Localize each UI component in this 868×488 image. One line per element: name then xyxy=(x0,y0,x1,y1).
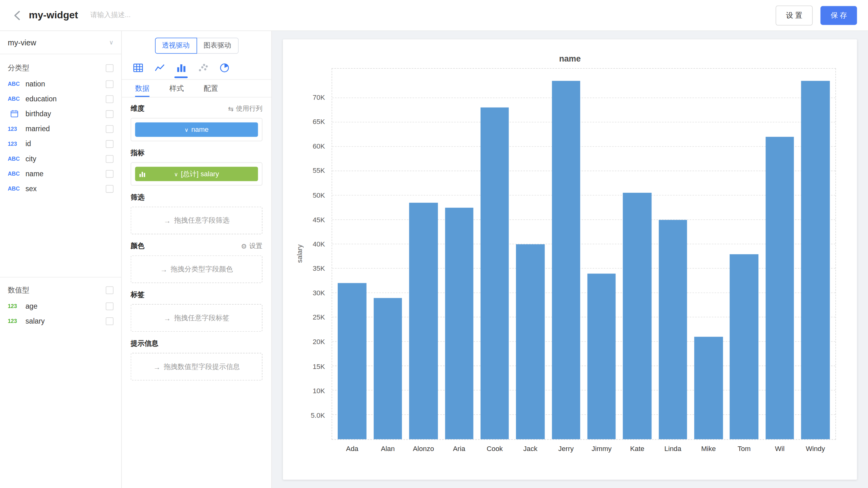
group-checkbox[interactable] xyxy=(105,286,114,294)
filter-title: 筛选 xyxy=(131,193,145,202)
field-row-city[interactable]: ABCcity xyxy=(0,151,121,166)
group-title: 分类型 xyxy=(8,63,29,73)
chevron-down-icon: ∨ xyxy=(174,171,178,177)
x-axis-label: Cook xyxy=(487,445,503,453)
config-panel: 透视驱动 图表驱动 xyxy=(122,31,272,488)
bar-windy[interactable]: Windy xyxy=(798,69,833,439)
bar-linda[interactable]: Linda xyxy=(655,69,691,439)
bar-tom[interactable]: Tom xyxy=(726,69,762,439)
tab-data[interactable]: 数据 xyxy=(135,80,149,97)
field-checkbox[interactable] xyxy=(105,95,114,103)
x-axis-label: Mike xyxy=(701,445,716,453)
back-button[interactable] xyxy=(11,9,25,22)
field-checkbox[interactable] xyxy=(105,317,114,325)
workspace: my-view ∨ 分类型ABCnationABCeducationbirthd… xyxy=(0,31,868,488)
measure-pill-salary[interactable]: ∨ [总计] salary xyxy=(135,166,258,181)
bar[interactable] xyxy=(338,283,367,439)
field-group: 分类型ABCnationABCeducationbirthday123marri… xyxy=(0,60,121,196)
bar-chart-icon[interactable] xyxy=(175,62,187,74)
bar[interactable] xyxy=(766,137,794,439)
dimension-section: 维度 ⇆ 使用行列 ∨ name xyxy=(131,104,262,141)
field-checkbox[interactable] xyxy=(105,170,114,178)
y-axis-tick: 35K xyxy=(313,265,325,273)
x-axis-label: Jack xyxy=(523,445,537,453)
y-axis-tick: 60K xyxy=(313,142,325,150)
label-dropzone[interactable]: → 拖拽任意字段标签 xyxy=(131,304,262,332)
bar-kate[interactable]: Kate xyxy=(619,69,655,439)
field-row-birthday[interactable]: birthday xyxy=(0,106,121,121)
dimension-dropzone[interactable]: ∨ name xyxy=(131,118,262,142)
save-button[interactable]: 保 存 xyxy=(821,6,857,25)
chevron-left-icon xyxy=(12,10,23,21)
pie-chart-icon[interactable] xyxy=(218,62,230,74)
field-row-age[interactable]: 123age xyxy=(0,298,121,313)
bar[interactable] xyxy=(516,244,545,439)
bar-jimmy[interactable]: Jimmy xyxy=(584,69,619,439)
label-title: 标签 xyxy=(131,290,145,300)
table-icon[interactable] xyxy=(132,62,144,74)
field-row-married[interactable]: 123married xyxy=(0,121,121,136)
field-checkbox[interactable] xyxy=(105,125,114,133)
bar-alan[interactable]: Alan xyxy=(370,69,406,439)
bar-aria[interactable]: Aria xyxy=(441,69,477,439)
group-checkbox[interactable] xyxy=(105,64,114,72)
bar[interactable] xyxy=(694,337,723,439)
line-chart-icon[interactable] xyxy=(153,62,165,74)
bar-jack[interactable]: Jack xyxy=(513,69,548,439)
scatter-icon[interactable] xyxy=(197,62,209,74)
field-checkbox[interactable] xyxy=(105,185,114,192)
bar[interactable] xyxy=(659,220,687,439)
bar-mike[interactable]: Mike xyxy=(691,69,726,439)
measure-dropzone[interactable]: ∨ [总计] salary xyxy=(131,162,262,186)
field-row-nation[interactable]: ABCnation xyxy=(0,77,121,91)
field-checkbox[interactable] xyxy=(105,155,114,162)
field-checkbox[interactable] xyxy=(105,80,114,88)
bar[interactable] xyxy=(587,274,616,439)
bar-cook[interactable]: Cook xyxy=(477,69,513,439)
field-row-sex[interactable]: ABCsex xyxy=(0,181,121,196)
mode-pivot-driven[interactable]: 透视驱动 xyxy=(155,38,197,54)
y-axis-tick: 50K xyxy=(313,191,325,199)
bar-alonzo[interactable]: Alonzo xyxy=(406,69,441,439)
field-name: married xyxy=(26,125,101,133)
tab-style[interactable]: 样式 xyxy=(169,80,184,97)
bar[interactable] xyxy=(623,193,651,439)
mode-chart-driven[interactable]: 图表驱动 xyxy=(196,38,238,54)
bar-wil[interactable]: Wil xyxy=(762,69,798,439)
bar[interactable] xyxy=(445,208,473,439)
bar-jerry[interactable]: Jerry xyxy=(548,69,584,439)
field-checkbox[interactable] xyxy=(105,302,114,310)
color-dropzone[interactable]: → 拖拽分类型字段颜色 xyxy=(131,255,262,283)
bar[interactable] xyxy=(409,203,438,439)
view-selector[interactable]: my-view ∨ xyxy=(0,31,121,54)
field-row-id[interactable]: 123id xyxy=(0,136,121,151)
bar-ada[interactable]: Ada xyxy=(334,69,370,439)
bar[interactable] xyxy=(730,254,758,439)
field-checkbox[interactable] xyxy=(105,140,114,148)
filter-dropzone[interactable]: → 拖拽任意字段筛选 xyxy=(131,207,262,234)
tab-config[interactable]: 配置 xyxy=(204,80,218,97)
bar[interactable] xyxy=(480,108,509,439)
field-row-education[interactable]: ABCeducation xyxy=(0,91,121,106)
dimension-pill-name[interactable]: ∨ name xyxy=(135,122,258,137)
field-name: nation xyxy=(26,80,101,88)
field-name: id xyxy=(26,140,101,148)
group-header: 数值型 xyxy=(0,282,121,298)
x-axis-label: Aria xyxy=(453,445,465,453)
x-axis-label: Wil xyxy=(775,445,784,453)
field-checkbox[interactable] xyxy=(105,110,114,118)
field-row-name[interactable]: ABCname xyxy=(0,166,121,181)
tooltip-dropzone[interactable]: → 拖拽数值型字段提示信息 xyxy=(131,353,262,380)
view-selector-value: my-view xyxy=(8,38,36,47)
color-settings-action[interactable]: ⚙ 设置 xyxy=(241,242,262,251)
field-name: age xyxy=(26,302,101,310)
x-axis-label: Kate xyxy=(630,445,644,453)
y-axis-tick: 5.0K xyxy=(311,411,325,419)
bar[interactable] xyxy=(552,81,580,439)
field-row-salary[interactable]: 123salary xyxy=(0,314,121,329)
bar[interactable] xyxy=(373,298,402,439)
use-rowcol-action[interactable]: ⇆ 使用行列 xyxy=(228,104,262,114)
description-input[interactable]: 请输入描述... xyxy=(90,10,130,20)
bar[interactable] xyxy=(801,81,830,439)
settings-button[interactable]: 设 置 xyxy=(775,5,813,25)
